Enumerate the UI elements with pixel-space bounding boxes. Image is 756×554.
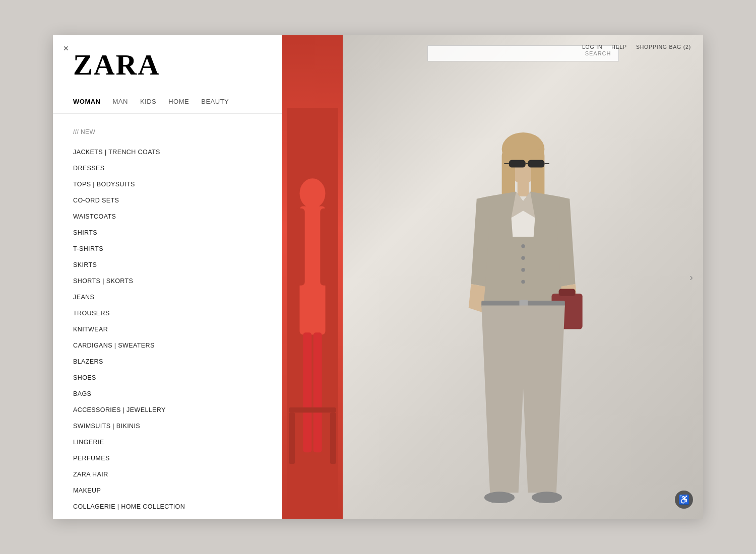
menu-item-tshirts[interactable]: T-SHIRTS — [73, 241, 262, 257]
menu-item-lingerie[interactable]: LINGERIE — [73, 434, 262, 450]
svg-rect-19 — [517, 180, 529, 196]
search-input[interactable] — [435, 50, 585, 57]
svg-point-28 — [521, 268, 525, 272]
nav-tab-woman[interactable]: WOMAN — [73, 96, 101, 107]
menu-item-shirts[interactable]: SHIRTS — [73, 225, 262, 241]
nav-tabs: WOMAN MAN KIDS HOME BEAUTY — [53, 90, 282, 114]
svg-rect-7 — [289, 407, 336, 412]
svg-rect-4 — [320, 209, 330, 286]
right-panel: SEARCH — [282, 35, 703, 519]
svg-rect-8 — [289, 412, 295, 464]
menu-item-zara-hair[interactable]: ZARA HAIR — [73, 466, 262, 482]
hero-image: SEARCH — [343, 35, 703, 519]
close-menu-button[interactable]: ✕ — [59, 41, 73, 55]
svg-point-29 — [521, 280, 525, 284]
shopping-bag-link[interactable]: SHOPPING BAG (2) — [636, 44, 691, 50]
svg-rect-14 — [509, 160, 525, 168]
next-slide-button[interactable]: › — [689, 271, 693, 283]
red-fashion-image — [282, 108, 343, 519]
category-menu: /// NEW JACKETS | TRENCH COATS DRESSES T… — [53, 114, 282, 519]
menu-item-blazers[interactable]: BLAZERS — [73, 354, 262, 370]
svg-point-26 — [521, 244, 525, 248]
menu-item-home-collection[interactable]: HOME — [73, 515, 262, 519]
left-panel: ✕ ZARA WOMAN MAN KIDS HOME BEAUTY /// NE… — [53, 35, 282, 519]
nav-tab-beauty[interactable]: BEAUTY — [201, 96, 229, 107]
nav-tab-home[interactable]: HOME — [168, 96, 189, 107]
menu-item-makeup[interactable]: MAKEUP — [73, 482, 262, 499]
main-content: LOG IN HELP SHOPPING BAG (2) ✕ ZARA WOMA… — [53, 35, 703, 519]
menu-item-shoes[interactable]: SHOES — [73, 370, 262, 386]
svg-rect-9 — [330, 412, 336, 464]
menu-item-jeans[interactable]: JEANS — [73, 289, 262, 305]
menu-item-shorts[interactable]: SHORTS | SKORTS — [73, 273, 262, 289]
menu-item-skirts[interactable]: SKIRTS — [73, 257, 262, 273]
login-link[interactable]: LOG IN — [582, 44, 602, 50]
accessibility-icon: ♿ — [678, 494, 689, 505]
menu-item-waistcoats[interactable]: WAISTCOATS — [73, 209, 262, 225]
svg-rect-15 — [528, 160, 544, 168]
logo-area: ZARA — [53, 35, 282, 90]
svg-point-27 — [521, 256, 525, 260]
menu-item-tops[interactable]: TOPS | BODYSUITS — [73, 176, 262, 192]
brand-logo[interactable]: ZARA — [73, 50, 262, 80]
svg-rect-6 — [313, 332, 322, 452]
svg-rect-21 — [558, 289, 575, 296]
outer-frame: LOG IN HELP SHOPPING BAG (2) ✕ ZARA WOMA… — [0, 0, 756, 554]
menu-item-coord[interactable]: CO-ORD SETS — [73, 192, 262, 209]
menu-item-knitwear[interactable]: KNITWEAR — [73, 321, 262, 337]
accessibility-button[interactable]: ♿ — [675, 491, 693, 509]
menu-item-collagerie[interactable]: COLLAGERIE | HOME COLLECTION — [73, 499, 262, 515]
menu-item-perfumes[interactable]: PERFUMES — [73, 450, 262, 466]
menu-item-bags[interactable]: BAGS — [73, 386, 262, 402]
nav-tab-kids[interactable]: KIDS — [140, 96, 156, 107]
menu-item-new[interactable]: /// NEW — [73, 124, 262, 140]
nav-tab-man[interactable]: MAN — [113, 96, 128, 107]
help-link[interactable]: HELP — [611, 44, 627, 50]
svg-rect-5 — [303, 332, 311, 452]
menu-item-jackets[interactable]: JACKETS | TRENCH COATS — [73, 144, 262, 160]
menu-item-dresses[interactable]: DRESSES — [73, 160, 262, 176]
svg-rect-3 — [295, 209, 305, 286]
model-illustration — [443, 116, 604, 519]
menu-item-swimsuits[interactable]: SWIMSUITS | BIKINIS — [73, 418, 262, 434]
svg-point-25 — [531, 492, 561, 503]
svg-point-1 — [300, 178, 326, 209]
left-image-red — [282, 35, 343, 519]
utility-bar: LOG IN HELP SHOPPING BAG (2) — [582, 35, 703, 58]
browser-window: LOG IN HELP SHOPPING BAG (2) ✕ ZARA WOMA… — [53, 35, 703, 519]
menu-item-accessories[interactable]: ACCESSORIES | JEWELLERY — [73, 402, 262, 418]
svg-point-24 — [484, 492, 514, 503]
menu-item-cardigans[interactable]: CARDIGANS | SWEATERS — [73, 337, 262, 354]
menu-item-trousers[interactable]: TROUSERS — [73, 305, 262, 321]
